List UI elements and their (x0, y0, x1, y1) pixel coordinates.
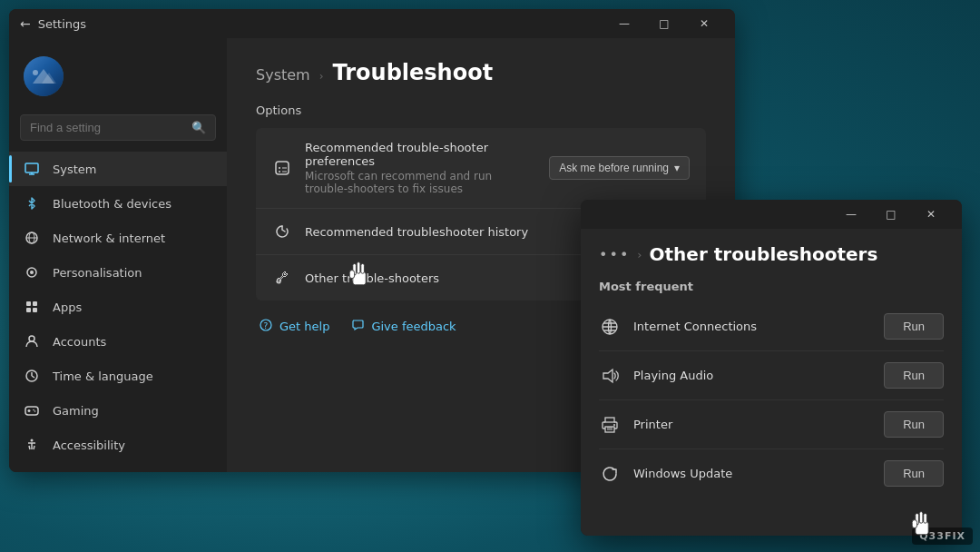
sidebar-item-personalisation[interactable]: Personalisation (9, 255, 227, 290)
sidebar-item-accessibility[interactable]: Accessibility (9, 428, 227, 462)
options-label: Options (256, 104, 706, 117)
accessibility-icon (24, 437, 40, 453)
back-button[interactable]: ← (20, 16, 31, 31)
troubleshooters-title-bar: — □ ✕ (581, 200, 962, 229)
svg-point-22 (33, 409, 34, 411)
page-title-row: System › Troubleshoot (256, 60, 706, 85)
sidebar-item-label-accessibility: Accessibility (53, 439, 125, 452)
ts-item-name-audio: Playing Audio (633, 369, 871, 382)
svg-marker-34 (603, 370, 612, 382)
time-icon (24, 368, 40, 384)
recommended-prefs-desc: Microsoft can recommend and run trouble-… (305, 170, 536, 195)
sidebar-item-accounts[interactable]: Accounts (9, 324, 227, 359)
sidebar-item-gaming[interactable]: Gaming (9, 393, 227, 428)
recommended-prefs-dropdown[interactable]: Ask me before running ▾ (549, 156, 690, 180)
troubleshooters-window: — □ ✕ ••• › Other troubleshooters Most f… (581, 200, 962, 536)
ts-close-button[interactable]: ✕ (911, 200, 951, 229)
give-feedback-link[interactable]: Give feedback (351, 319, 456, 334)
svg-rect-13 (26, 308, 31, 312)
recommended-prefs-text: Recommended trouble-shooter preferences … (305, 141, 536, 195)
ts-title: Other troubleshooters (650, 243, 878, 265)
bluetooth-icon (24, 195, 40, 212)
watermark-badge: Q33FIX (912, 527, 973, 545)
give-feedback-label: Give feedback (371, 320, 456, 333)
ts-nav-dots: ••• (599, 246, 630, 263)
avatar-image (24, 56, 64, 96)
svg-point-26 (279, 167, 280, 169)
personalisation-icon (24, 264, 40, 281)
sidebar-item-label-time: Time & language (53, 370, 153, 383)
recommended-prefs-row[interactable]: Recommended trouble-shooter preferences … (256, 128, 706, 209)
svg-text:?: ? (264, 321, 269, 330)
title-bar-left: ← Settings (20, 16, 604, 31)
search-box[interactable]: 🔍 (20, 114, 216, 141)
svg-rect-12 (33, 301, 37, 306)
sidebar-item-privacy[interactable]: Privacy & security (9, 462, 227, 472)
run-btn-internet[interactable]: Run (884, 313, 944, 340)
ts-item-audio: Playing Audio Run (599, 351, 944, 400)
user-profile (9, 45, 227, 107)
svg-rect-3 (25, 163, 38, 172)
ts-item-name-internet: Internet Connections (633, 320, 871, 333)
recommended-prefs-icon (272, 158, 292, 178)
svg-point-39 (613, 424, 615, 426)
sidebar-item-bluetooth[interactable]: Bluetooth & devices (9, 186, 227, 221)
apps-icon (24, 299, 40, 315)
ts-header: ••• › Other troubleshooters (599, 243, 944, 265)
ts-item-printer: Printer Run (599, 400, 944, 449)
chevron-down-icon: ▾ (674, 162, 680, 174)
sidebar-item-label-apps: Apps (53, 301, 82, 314)
sidebar-item-system[interactable]: System (9, 152, 227, 186)
title-bar: ← Settings — □ ✕ (9, 9, 735, 38)
avatar (24, 56, 64, 96)
run-btn-windows-update[interactable]: Run (884, 460, 944, 487)
ts-item-name-printer: Printer (633, 418, 871, 431)
ts-item-internet: Internet Connections Run (599, 302, 944, 351)
ts-section-label: Most frequent (599, 280, 944, 293)
window-controls: — □ ✕ (604, 9, 724, 38)
other-troubleshooters-icon (272, 268, 292, 288)
sidebar-item-network[interactable]: Network & internet (9, 221, 227, 255)
minimize-button[interactable]: — (604, 9, 644, 38)
svg-point-23 (34, 410, 36, 412)
window-title: Settings (38, 17, 86, 31)
ts-breadcrumb-sep: › (637, 248, 642, 261)
get-help-link[interactable]: ? Get help (260, 319, 329, 334)
svg-point-2 (33, 70, 38, 75)
maximize-button[interactable]: □ (644, 9, 684, 38)
breadcrumb-sep: › (319, 70, 324, 83)
feedback-icon (351, 319, 364, 334)
sidebar: 🔍 System Bluet (9, 38, 227, 472)
breadcrumb-system: System (256, 66, 310, 84)
close-button[interactable]: ✕ (684, 9, 724, 38)
sidebar-item-label-bluetooth: Bluetooth & devices (53, 197, 172, 211)
svg-line-18 (32, 376, 34, 378)
sidebar-item-label-accounts: Accounts (53, 335, 106, 349)
search-input[interactable] (30, 121, 184, 134)
ts-maximize-button[interactable]: □ (871, 200, 911, 229)
ts-minimize-button[interactable]: — (831, 200, 871, 229)
sidebar-item-label-personalisation: Personalisation (53, 266, 142, 280)
sidebar-item-time[interactable]: Time & language (9, 359, 227, 393)
dropdown-value: Ask me before running (559, 162, 669, 174)
get-help-label: Get help (279, 320, 329, 333)
sidebar-item-apps[interactable]: Apps (9, 290, 227, 324)
audio-icon (599, 365, 621, 387)
svg-point-28 (279, 171, 280, 172)
internet-icon (599, 316, 621, 338)
run-btn-printer[interactable]: Run (884, 411, 944, 438)
page-title: Troubleshoot (332, 60, 493, 85)
troubleshooters-window-controls: — □ ✕ (831, 200, 951, 229)
search-icon: 🔍 (191, 121, 206, 134)
help-icon: ? (260, 319, 272, 334)
svg-point-15 (29, 336, 34, 341)
network-icon (24, 230, 40, 246)
recommended-history-icon (272, 222, 292, 242)
sidebar-item-label-system: System (53, 163, 96, 176)
svg-point-10 (30, 271, 34, 274)
printer-icon (599, 414, 621, 436)
system-icon (24, 161, 40, 177)
run-btn-audio[interactable]: Run (884, 362, 944, 389)
ts-item-name-windows-update: Windows Update (633, 467, 871, 480)
gaming-icon (24, 402, 40, 419)
